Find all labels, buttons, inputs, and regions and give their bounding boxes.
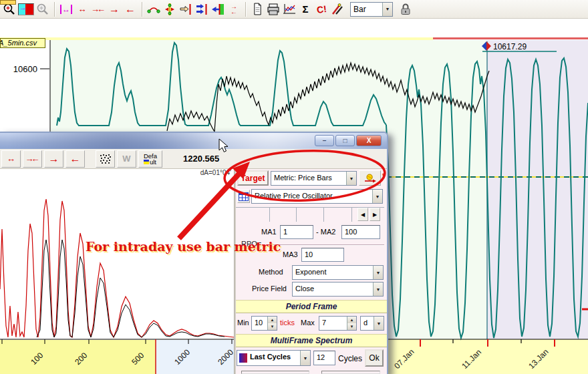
- ma1-input[interactable]: 1: [280, 225, 313, 239]
- default-button[interactable]: Default: [138, 150, 162, 168]
- max-spinner[interactable]: 7▲▼: [319, 316, 357, 331]
- spectrum-chart: 5010020050010002000: [0, 169, 234, 374]
- arc-tool-icon[interactable]: [146, 1, 161, 17]
- gradient-icon: [239, 353, 247, 363]
- price-marker-value: 10617.29: [493, 42, 527, 51]
- cycles-count-input[interactable]: 12: [313, 351, 335, 365]
- chevron-down-icon[interactable]: ▼: [374, 317, 384, 330]
- spin-down-icon: ▼: [268, 323, 277, 330]
- rpo-label: RPO=: [241, 240, 261, 248]
- chevron-down-icon[interactable]: ▼: [346, 172, 356, 185]
- metric-combo[interactable]: Metric: Price Bars▼: [271, 171, 357, 186]
- partial-control: [241, 371, 309, 374]
- dialog-titlebar[interactable]: – □ X: [0, 133, 387, 149]
- app-window: +→←TmaxJAN1ETTBra dleyULEULE →↔↔→←→←→←ΣC…: [0, 0, 588, 374]
- scroll-right-icon[interactable]: →: [44, 150, 63, 168]
- lock-icon[interactable]: [398, 1, 413, 17]
- sun-arrow-icon: [363, 173, 377, 184]
- oscillator-dialog: – □ X ↔→←→←WDefault 1220.565 50100200500…: [0, 132, 388, 374]
- pick-line-icon[interactable]: [178, 1, 193, 17]
- expand-range-icon[interactable]: ↔: [1, 150, 21, 168]
- spin-up-icon: ▲: [268, 317, 277, 323]
- file-tab-label: IA_5min.csv: [0, 39, 37, 47]
- method-combo[interactable]: Exponent▼: [292, 265, 384, 280]
- sum-icon[interactable]: Σ: [298, 1, 313, 17]
- multiframe-header: MultiFrame Spectrum: [236, 334, 387, 347]
- min-label: Min: [237, 319, 249, 327]
- ok-button[interactable]: Ok: [365, 349, 384, 367]
- spin-down-icon: ▼: [347, 323, 356, 330]
- print-icon[interactable]: [266, 1, 281, 17]
- cycles-label: Cycles: [338, 354, 362, 363]
- dialog-value: 1220.565: [183, 154, 219, 164]
- chart-window-icon[interactable]: [282, 1, 297, 17]
- shrink-range-icon[interactable]: →←: [23, 150, 42, 168]
- recalc-alert-icon[interactable]: C!: [314, 1, 329, 17]
- scroll-left-icon[interactable]: ←: [123, 1, 138, 17]
- dialog-client: 5010020050010002000 dA=01°04' Target Met…: [0, 169, 387, 374]
- settings-icon[interactable]: [330, 1, 345, 17]
- w-button[interactable]: W: [117, 150, 136, 168]
- chart-toolbar: →↔↔→←→←→←ΣC! Bar▼: [0, 0, 588, 19]
- ma3-label: MA3: [283, 250, 298, 258]
- bar-type-value: Bar: [351, 5, 382, 14]
- bar-type-combo[interactable]: Bar▼: [350, 2, 393, 17]
- spectrum-series: [0, 199, 234, 337]
- price-field-combo[interactable]: Close▼: [292, 282, 384, 297]
- ma3-input[interactable]: 10: [301, 248, 344, 262]
- spin-up-icon: ▲: [347, 317, 356, 323]
- chevron-down-icon[interactable]: ▼: [372, 190, 382, 203]
- chart-band-lavender: [486, 40, 588, 339]
- target-button[interactable]: Target: [237, 170, 269, 186]
- vertical-line-tool-icon[interactable]: [162, 1, 177, 17]
- top-strip-red: [433, 37, 588, 39]
- ma2-label: - MA2: [316, 228, 335, 236]
- sun-arrow-button[interactable]: [359, 170, 381, 186]
- settings-panel: Target Metric: Price Bars▼ * Relative Pr…: [236, 169, 387, 374]
- full-span-icon[interactable]: ↔: [59, 1, 74, 17]
- expand-range-icon[interactable]: ↔: [75, 1, 90, 17]
- price-field-label: Price Field: [252, 285, 287, 293]
- chevron-down-icon[interactable]: ▼: [373, 283, 383, 296]
- toolbar-separator: [54, 2, 55, 17]
- folder-icon-partial[interactable]: [0, 0, 16, 5]
- partial-control: [321, 371, 380, 374]
- spectrum-red: [0, 199, 234, 337]
- chevron-down-icon[interactable]: ▼: [300, 351, 310, 365]
- minimize-button[interactable]: –: [315, 135, 334, 146]
- tab-scroll-left[interactable]: ◀: [357, 208, 368, 221]
- scroll-right-icon[interactable]: →: [107, 1, 122, 17]
- chevron-down-icon[interactable]: ▼: [373, 266, 383, 279]
- interval-combo[interactable]: d▼: [360, 316, 384, 331]
- report-icon[interactable]: [250, 1, 265, 17]
- indicator-combo[interactable]: Relative Price Oscillator▼: [251, 189, 383, 204]
- cycles-mode-combo[interactable]: Last Cycles▼: [237, 350, 311, 366]
- toolbar-separator: [245, 2, 246, 17]
- pan-mode-icon[interactable]: →: [18, 1, 34, 17]
- table-icon: [239, 192, 249, 201]
- tab-divider: [351, 208, 352, 222]
- ticks-label: ticks: [280, 319, 295, 327]
- dialog-toolbar: ↔→←→←WDefault 1220.565: [0, 149, 387, 169]
- small-scroll-icon[interactable]: →←: [227, 1, 241, 17]
- angle-readout: dA=01°04': [166, 169, 231, 176]
- scroll-left-icon[interactable]: ←: [65, 150, 85, 168]
- pattern-icon[interactable]: [96, 150, 115, 168]
- ma2-input[interactable]: 100: [341, 225, 380, 239]
- zoom-disabled-icon[interactable]: [35, 1, 50, 17]
- shrink-range-icon[interactable]: →←: [91, 1, 106, 17]
- toolbar-separator: [142, 2, 142, 17]
- rpo-groupbox-line: [267, 244, 384, 245]
- close-button[interactable]: X: [356, 135, 382, 146]
- tab-scroll-right[interactable]: ▶: [370, 208, 380, 221]
- spectrum-zone: 5010020050010002000: [0, 169, 234, 374]
- move-to-line-icon[interactable]: [194, 1, 209, 17]
- tab-divider: [296, 208, 297, 222]
- tab-divider: [323, 208, 324, 222]
- chevron-down-icon[interactable]: ▼: [382, 3, 392, 16]
- file-tab[interactable]: IA_5min.csv: [0, 38, 45, 48]
- min-spinner[interactable]: 10▲▼: [251, 316, 277, 331]
- indicator-table-button[interactable]: [237, 190, 250, 203]
- maximize-button[interactable]: □: [335, 135, 355, 146]
- goto-end-icon[interactable]: [210, 1, 225, 17]
